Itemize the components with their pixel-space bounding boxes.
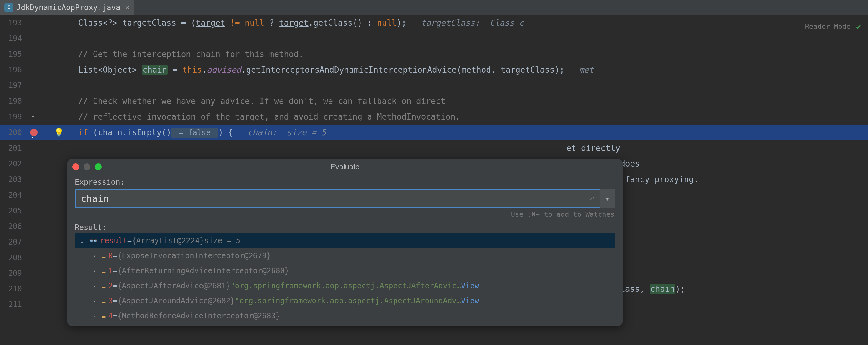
line-number: 209 xyxy=(0,265,28,281)
fold-icon[interactable]: − xyxy=(30,114,36,120)
line-number: 211 xyxy=(0,297,28,312)
code-line: Class<?> targetClass = (target != null ?… xyxy=(78,15,524,31)
tree-item-row[interactable]: › ≡ 2 = {AspectJAfterAdvice@2681} "org.s… xyxy=(75,278,615,293)
view-link[interactable]: View xyxy=(461,282,479,290)
chevron-right-icon[interactable]: › xyxy=(90,268,99,274)
tree-item-row[interactable]: › ≡ 4 = {MethodBeforeAdviceInterceptor@2… xyxy=(75,308,615,323)
array-element-icon: ≡ xyxy=(102,252,106,260)
tab-bar: C JdkDynamicAopProxy.java × xyxy=(0,0,868,15)
array-element-icon: ≡ xyxy=(102,267,106,275)
code-line: // Get the interception chain for this m… xyxy=(78,46,304,62)
tree-item-row[interactable]: › ≡ 3 = {AspectJAroundAdvice@2682} "org.… xyxy=(75,293,615,308)
code-line: // Check whether we have any advice. If … xyxy=(78,93,445,109)
intention-bulb-icon[interactable]: 💡 xyxy=(54,124,64,140)
tree-root-row[interactable]: ⌄ 👓 result = {ArrayList@2224} size = 5 xyxy=(75,233,615,248)
file-tab[interactable]: C JdkDynamicAopProxy.java × xyxy=(0,0,134,15)
line-number: 207 xyxy=(0,234,28,250)
line-number: 198 xyxy=(0,93,28,109)
tree-item-row[interactable]: › ≡ 0 = {ExposeInvocationInterceptor@267… xyxy=(75,248,615,263)
line-number: 195 xyxy=(0,46,28,62)
expand-icon[interactable]: ⤢ xyxy=(589,195,594,202)
line-number: 204 xyxy=(0,187,28,203)
line-number: 206 xyxy=(0,219,28,234)
shortcut-hint: Use ⇧⌘↩ to add to Watches xyxy=(75,208,615,223)
result-tree[interactable]: ⌄ 👓 result = {ArrayList@2224} size = 5 ›… xyxy=(75,233,615,323)
dialog-title: Evaluate xyxy=(67,163,623,171)
line-number: 199 xyxy=(0,109,28,124)
tree-item-row[interactable]: › ≡ 1 = {AfterReturningAdviceInterceptor… xyxy=(75,263,615,278)
evaluate-dialog: Evaluate Expression: chain ⤢ ▼ Use ⇧⌘↩ t… xyxy=(67,159,623,326)
line-number: 200 xyxy=(0,124,28,140)
close-icon[interactable]: × xyxy=(125,3,129,11)
history-dropdown-button[interactable]: ▼ xyxy=(599,189,615,208)
java-class-icon: C xyxy=(4,3,13,12)
line-number: 193 xyxy=(0,15,28,31)
chevron-right-icon[interactable]: › xyxy=(90,283,99,289)
reader-mode-label: Reader Mode xyxy=(805,19,851,34)
array-element-icon: ≡ xyxy=(102,297,106,305)
chevron-right-icon[interactable]: › xyxy=(90,298,99,304)
line-number: 205 xyxy=(0,203,28,219)
code-line: et directly xyxy=(78,140,620,156)
line-number: 194 xyxy=(0,31,28,46)
chevron-right-icon[interactable]: › xyxy=(90,253,99,259)
line-number: 202 xyxy=(0,156,28,172)
line-number: 196 xyxy=(0,62,28,78)
line-number: 197 xyxy=(0,78,28,93)
code-line: // reflective invocation of the target, … xyxy=(78,109,460,124)
fold-icon[interactable]: − xyxy=(30,98,36,104)
code-line: List<Object> chain = this.advised.getInt… xyxy=(78,62,594,78)
result-label: Result: xyxy=(75,223,615,232)
array-element-icon: ≡ xyxy=(102,312,106,320)
chevron-right-icon[interactable]: › xyxy=(90,313,99,319)
array-element-icon: ≡ xyxy=(102,282,106,290)
inspections-ok-icon[interactable]: ✔ xyxy=(856,19,861,34)
chevron-down-icon[interactable]: ⌄ xyxy=(77,238,87,244)
expression-input[interactable]: chain ⤢ xyxy=(75,189,599,208)
line-number: 210 xyxy=(0,281,28,297)
expression-label: Expression: xyxy=(75,178,615,186)
tab-label: JdkDynamicAopProxy.java xyxy=(16,3,120,12)
line-number: 201 xyxy=(0,140,28,156)
view-link[interactable]: View xyxy=(461,296,479,305)
line-number: 208 xyxy=(0,250,28,265)
line-number: 203 xyxy=(0,172,28,187)
watch-icon: 👓 xyxy=(89,237,98,245)
dialog-titlebar[interactable]: Evaluate xyxy=(67,159,623,175)
breakpoint-icon[interactable] xyxy=(30,129,37,136)
reader-mode-badge[interactable]: Reader Mode ✔ xyxy=(805,19,861,34)
code-line: if (chain.isEmpty() = false ) { chain: s… xyxy=(78,124,326,141)
